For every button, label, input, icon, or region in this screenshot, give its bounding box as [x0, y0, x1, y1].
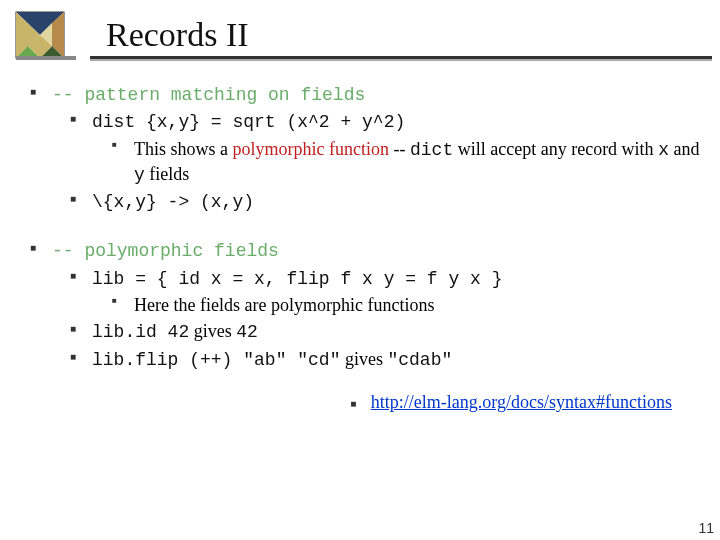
slide-title: Records II	[106, 16, 249, 54]
bullet-section-1: -- pattern matching on fields dist {x,y}…	[30, 82, 700, 214]
slide-content: -- pattern matching on fields dist {x,y}…	[0, 60, 720, 414]
title-underline	[90, 56, 712, 59]
code-line-lib: lib = { id x = x, flip f x y = f y x } H…	[70, 266, 700, 318]
code-line-lambda: \{x,y} -> (x,y)	[70, 189, 700, 214]
code-line-libflip: lib.flip (++) "ab" "cd" gives "cdab"	[70, 347, 700, 372]
note-poly-fields: Here the fields are polymorphic function…	[112, 293, 700, 317]
svg-rect-8	[16, 56, 76, 60]
link-row: ■ http://elm-lang.org/docs/syntax#functi…	[30, 390, 700, 414]
bullet-icon: ■	[350, 398, 356, 409]
comment-2: -- polymorphic fields	[52, 241, 279, 261]
docs-link[interactable]: http://elm-lang.org/docs/syntax#function…	[371, 392, 672, 412]
code-line-libid: lib.id 42 gives 42	[70, 319, 700, 344]
note-polymorphic-fn: This shows a polymorphic function -- dic…	[112, 137, 700, 188]
bullet-section-2: -- polymorphic fields lib = { id x = x, …	[30, 238, 700, 371]
comment-1: -- pattern matching on fields	[52, 85, 365, 105]
page-number: 11	[698, 520, 714, 536]
code-line-dist: dist {x,y} = sqrt (x^2 + y^2) This shows…	[70, 109, 700, 187]
slide-header: Records II	[0, 0, 720, 60]
tangram-logo	[14, 10, 78, 60]
